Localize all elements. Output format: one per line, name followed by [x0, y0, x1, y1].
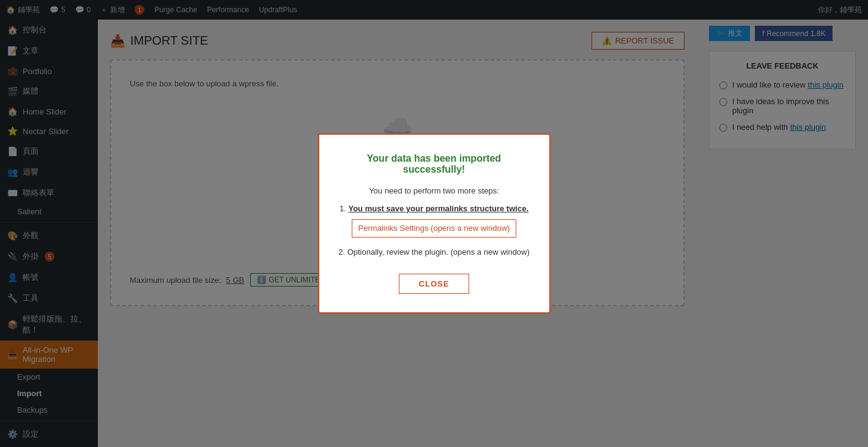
success-modal: Your data has been imported successfully… [318, 133, 551, 314]
modal-instruction: You need to perform two more steps: [338, 185, 531, 198]
modal-step2: 2. Optionally, review the plugin. (opens… [338, 246, 531, 259]
modal-link-box[interactable]: Permalinks Settings (opens a new window) [352, 219, 517, 238]
modal-step1: 1. You must save your permalinks structu… [338, 203, 531, 216]
modal-body: You need to perform two more steps: 1. Y… [338, 185, 531, 259]
modal-step2-text: Optionally, review the plugin. (opens a … [347, 247, 530, 257]
permalinks-link[interactable]: Permalinks Settings (opens a new window) [358, 224, 510, 233]
modal-close-button[interactable]: CLOSE [399, 274, 470, 294]
modal-title: Your data has been imported successfully… [338, 153, 531, 175]
modal-overlay: Your data has been imported successfully… [0, 0, 868, 447]
